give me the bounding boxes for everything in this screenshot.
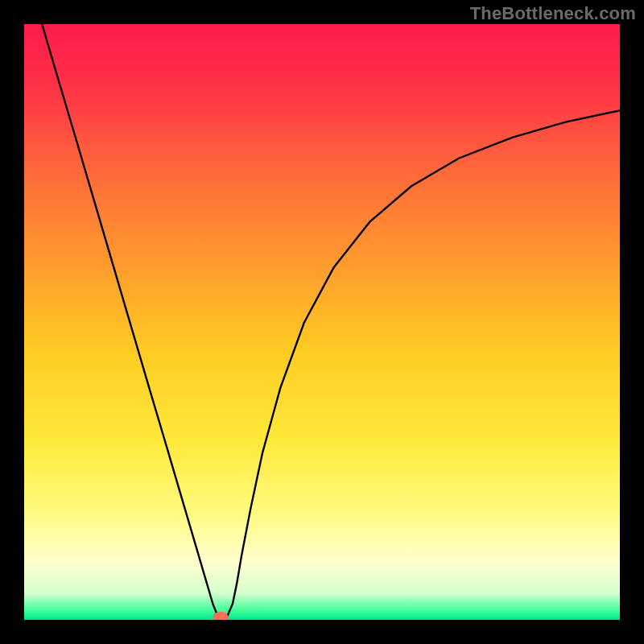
chart-svg bbox=[24, 24, 620, 620]
watermark-text: TheBottleneck.com bbox=[470, 3, 636, 24]
outer-frame: TheBottleneck.com bbox=[0, 0, 644, 644]
gradient-background bbox=[24, 24, 620, 620]
plot-area bbox=[24, 24, 620, 620]
